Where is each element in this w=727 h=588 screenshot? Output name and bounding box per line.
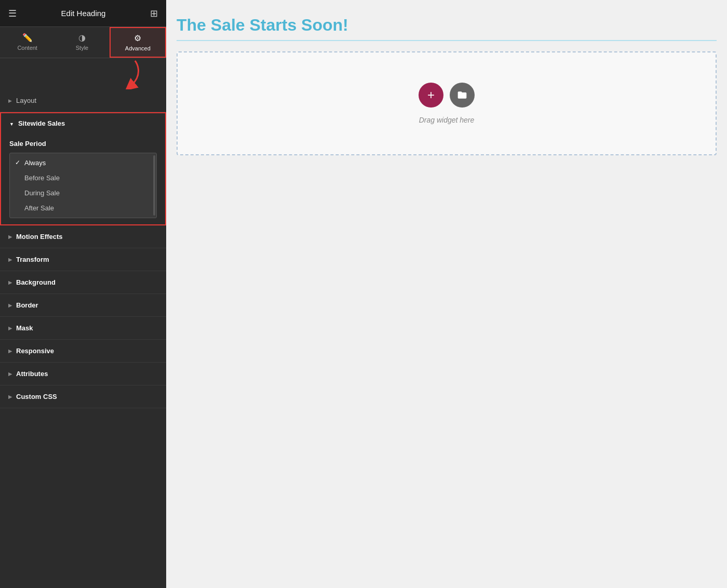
add-folder-button[interactable]	[450, 83, 475, 108]
grid-icon[interactable]: ⊞	[150, 8, 158, 19]
responsive-label: Responsive	[16, 347, 54, 355]
border-chevron	[8, 302, 12, 308]
sidebar-header: ☰ Edit Heading ⊞	[0, 0, 166, 27]
tab-content[interactable]: ✏️ Content	[0, 27, 55, 58]
layout-header[interactable]: Layout	[0, 89, 166, 112]
responsive-chevron	[8, 348, 12, 354]
custom-css-label: Custom CSS	[16, 393, 57, 400]
drop-zone[interactable]: + Drag widget here	[177, 51, 717, 155]
sitewide-sales-content: Sale Period Always Before Sale During Sa…	[1, 133, 165, 224]
drop-zone-buttons: +	[419, 83, 475, 108]
border-header[interactable]: Border	[0, 294, 166, 316]
style-icon: ◑	[78, 33, 86, 43]
heading-element: The Sale Starts Soon!	[177, 10, 717, 41]
motion-effects-header[interactable]: Motion Effects	[0, 225, 166, 248]
sale-period-label: Sale Period	[9, 140, 157, 148]
section-transform: Transform	[0, 248, 166, 271]
mask-header[interactable]: Mask	[0, 317, 166, 339]
dropdown-option-after-sale[interactable]: After Sale	[10, 201, 156, 216]
attributes-header[interactable]: Attributes	[0, 363, 166, 385]
section-border: Border	[0, 294, 166, 317]
main-canvas: The Sale Starts Soon! + Drag widget here	[166, 0, 727, 588]
pencil-icon: ✏️	[22, 33, 33, 43]
transform-chevron	[8, 257, 12, 262]
tab-style-label: Style	[76, 45, 88, 51]
dropdown-list: Always Before Sale During Sale After Sal…	[10, 153, 156, 218]
sitewide-sales-header[interactable]: Sitewide Sales	[1, 113, 165, 133]
hamburger-icon[interactable]: ☰	[8, 8, 17, 19]
section-attributes: Attributes	[0, 363, 166, 385]
drag-label: Drag widget here	[419, 116, 475, 124]
tab-advanced[interactable]: ⚙ Advanced	[110, 27, 166, 58]
mask-label: Mask	[16, 324, 33, 332]
section-custom-css: Custom CSS	[0, 385, 166, 408]
background-label: Background	[16, 278, 56, 286]
background-header[interactable]: Background	[0, 271, 166, 293]
sitewide-sales-label: Sitewide Sales	[18, 119, 65, 127]
tab-advanced-label: Advanced	[125, 45, 151, 51]
section-layout: Layout	[0, 89, 166, 112]
attributes-label: Attributes	[16, 370, 48, 378]
tab-bar: ✏️ Content ◑ Style ⚙ Advanced	[0, 27, 166, 58]
transform-header[interactable]: Transform	[0, 248, 166, 271]
transform-label: Transform	[16, 256, 49, 263]
sale-period-dropdown[interactable]: Always Before Sale During Sale After Sal…	[9, 153, 157, 218]
section-responsive: Responsive	[0, 340, 166, 363]
custom-css-header[interactable]: Custom CSS	[0, 385, 166, 408]
canvas-area: The Sale Starts Soon! + Drag widget here	[166, 0, 727, 588]
attributes-chevron	[8, 371, 12, 377]
section-background: Background	[0, 271, 166, 294]
custom-css-chevron	[8, 394, 12, 399]
section-sitewide-sales: Sitewide Sales Sale Period Always Before…	[0, 112, 166, 225]
responsive-header[interactable]: Responsive	[0, 340, 166, 362]
layout-label: Layout	[16, 97, 36, 104]
section-mask: Mask	[0, 317, 166, 340]
tab-content-label: Content	[17, 45, 37, 51]
dropdown-scrollbar	[153, 155, 155, 216]
tab-style[interactable]: ◑ Style	[55, 27, 109, 58]
dropdown-option-during-sale[interactable]: During Sale	[10, 185, 156, 201]
motion-effects-chevron	[8, 234, 12, 239]
section-motion-effects: Motion Effects	[0, 225, 166, 248]
gear-icon: ⚙	[134, 33, 141, 43]
dropdown-option-before-sale[interactable]: Before Sale	[10, 170, 156, 185]
dropdown-option-always[interactable]: Always	[10, 155, 156, 170]
layout-chevron	[8, 98, 12, 103]
add-widget-button[interactable]: +	[419, 83, 443, 108]
sitewide-sales-chevron	[9, 119, 14, 127]
page-title: Edit Heading	[61, 9, 106, 18]
sidebar: ☰ Edit Heading ⊞ ✏️ Content ◑ Style ⚙ Ad…	[0, 0, 166, 588]
mask-chevron	[8, 325, 12, 331]
border-label: Border	[16, 301, 38, 309]
background-chevron	[8, 279, 12, 285]
motion-effects-label: Motion Effects	[16, 233, 63, 240]
